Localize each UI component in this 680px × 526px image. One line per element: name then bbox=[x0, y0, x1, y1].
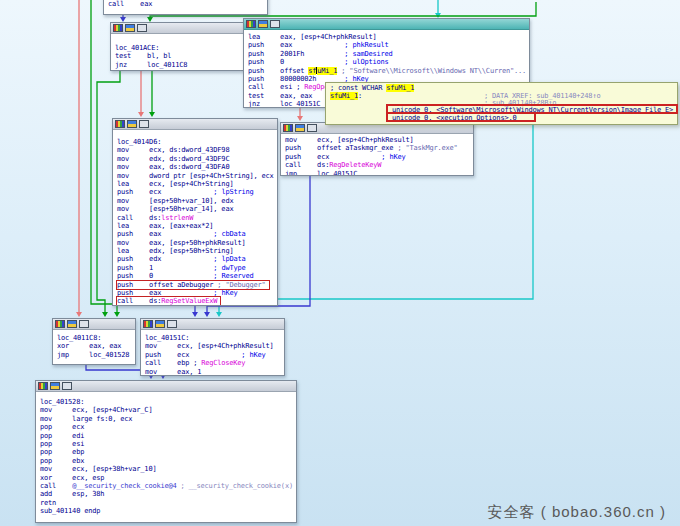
asm-text: push ecx bbox=[117, 188, 161, 196]
blocks-layer: call eaxloc_401ACE:test bl, bljnz loc_40… bbox=[0, 0, 680, 526]
node-body: loc_401528:mov ecx, [esp+4Ch+var_C]mov l… bbox=[36, 392, 296, 515]
asm-text: lea eax, [esp+4Ch+phkResult] bbox=[248, 33, 376, 41]
node-titlebar[interactable] bbox=[244, 19, 529, 30]
node-titlebar[interactable] bbox=[36, 381, 296, 392]
node-loc_40151C[interactable]: loc_40151C:mov ecx, [esp+4Ch+phkResult]p… bbox=[140, 318, 285, 376]
asm-line: mov ecx, [esp+4Ch+phkResult] bbox=[285, 136, 469, 144]
asm-text: mov edx, ds:dword_43DF9C bbox=[117, 155, 229, 163]
node-body: loc_401ACE:test bl, bljnz loc_4011C8 bbox=[111, 34, 247, 69]
node-graph-icon[interactable] bbox=[50, 382, 60, 390]
asm-line: mov dword ptr [esp+4Ch+String], ecx bbox=[117, 172, 273, 180]
asm-line: push ecx ; hKey bbox=[285, 153, 469, 161]
watermark: 安全客 ( bobao.360.cn ) bbox=[488, 503, 666, 522]
asm-text: mov [esp+50h+var_10], edx bbox=[117, 197, 233, 205]
asm-line: push ecx ; hKey bbox=[145, 351, 280, 359]
asm-line: pop ebx bbox=[40, 457, 292, 465]
asm-text: push offset bbox=[248, 67, 308, 75]
api-name: RegCloseKey bbox=[201, 359, 245, 367]
node-body: call eax bbox=[104, 0, 267, 8]
asm-line: jmp loc_40151C bbox=[285, 170, 469, 176]
asm-text: mov ecx, [esp+4Ch+var_C] bbox=[40, 406, 152, 414]
asm-text: ; lpData bbox=[213, 255, 245, 263]
asm-line: pop edi bbox=[40, 432, 292, 440]
node-frame-icon[interactable] bbox=[62, 382, 72, 390]
asm-text: ; "Software\\Microsoft\\Windows NT\\Curr… bbox=[341, 67, 526, 75]
asm-line: lea eax, [esp+4Ch+phkResult] bbox=[248, 33, 525, 41]
asm-text: lea eax, [eax+eax*2] bbox=[117, 222, 213, 230]
asm-text: ; samDesired bbox=[344, 50, 392, 58]
asm-text: mov ecx, [esp+38h+var_10] bbox=[40, 465, 156, 473]
asm-text: loc_4014D6: bbox=[117, 138, 161, 146]
node-graph-icon[interactable] bbox=[295, 124, 305, 132]
node-loc_4014D6[interactable]: loc_4014D6:mov ecx, ds:dword_43DF98mov e… bbox=[112, 118, 278, 306]
asm-text bbox=[189, 351, 241, 359]
asm-text: push 1 bbox=[117, 264, 153, 272]
asm-line: push eax ; hKey bbox=[117, 289, 273, 297]
asm-text: mov ecx, [esp+4Ch+phkResult] bbox=[145, 342, 273, 350]
node-reg-delete-key[interactable]: mov ecx, [esp+4Ch+phkResult]push offset … bbox=[280, 122, 474, 176]
node-frame-icon[interactable] bbox=[79, 320, 89, 328]
node-titlebar[interactable] bbox=[53, 319, 135, 330]
node-graph-icon[interactable] bbox=[155, 320, 165, 328]
asm-line: call ds:RegDeleteKeyW bbox=[285, 161, 469, 169]
asm-text: jmp loc_401528 bbox=[57, 351, 129, 359]
node-color-icon[interactable] bbox=[115, 120, 125, 128]
node-color-icon[interactable] bbox=[113, 24, 123, 32]
asm-text: ; hKey bbox=[213, 289, 237, 297]
node-titlebar[interactable] bbox=[113, 119, 277, 130]
asm-text: call ds: bbox=[285, 161, 329, 169]
asm-text: loc_401528: bbox=[40, 398, 84, 406]
asm-text: mov eax, 1 bbox=[145, 368, 201, 376]
asm-text: pop ebp bbox=[40, 448, 84, 456]
node-titlebar[interactable] bbox=[141, 319, 284, 330]
asm-text: ; hKey bbox=[241, 351, 265, 359]
node-graph-icon[interactable] bbox=[258, 20, 268, 28]
asm-line: sub_401140 endp bbox=[40, 507, 292, 515]
asm-text: sub_401140 endp bbox=[40, 507, 100, 515]
node-frame-icon[interactable] bbox=[270, 20, 280, 28]
graph-view[interactable]: call eaxloc_401ACE:test bl, bljnz loc_40… bbox=[0, 0, 680, 526]
node-loc_4011C8[interactable]: loc_4011C8:xor eax, eaxjmp loc_401528 bbox=[52, 318, 136, 365]
node-titlebar[interactable] bbox=[111, 23, 247, 34]
node-frame-icon[interactable] bbox=[137, 24, 147, 32]
asm-line: mov edx, ds:dword_43DF9C bbox=[117, 155, 273, 163]
asm-line: push 0 ; Reserved bbox=[117, 272, 273, 280]
asm-text: call eax bbox=[108, 0, 152, 8]
node-frame-icon[interactable] bbox=[167, 320, 177, 328]
asm-text: mov ecx, [esp+4Ch+phkResult] bbox=[285, 136, 413, 144]
asm-text: retn bbox=[40, 499, 56, 507]
node-call-eax-partial[interactable]: call eax bbox=[103, 0, 268, 15]
node-loc_401528[interactable]: loc_401528:mov ecx, [esp+4Ch+var_C]mov l… bbox=[35, 380, 297, 523]
asm-line: jmp loc_401528 bbox=[57, 351, 131, 359]
node-frame-icon[interactable] bbox=[307, 124, 317, 132]
asm-text bbox=[153, 264, 213, 272]
asm-line: loc_40151C: bbox=[145, 334, 280, 342]
asm-text: mov [esp+50h+var_14], eax bbox=[117, 205, 233, 213]
asm-text bbox=[284, 58, 344, 66]
node-frame-icon[interactable] bbox=[139, 120, 149, 128]
node-color-icon[interactable] bbox=[283, 124, 293, 132]
asm-line: pop ecx bbox=[40, 423, 292, 431]
node-graph-icon[interactable] bbox=[127, 120, 137, 128]
asm-line: retn bbox=[40, 499, 292, 507]
asm-line: push ecx ; lpString bbox=[117, 188, 273, 196]
node-color-icon[interactable] bbox=[38, 382, 48, 390]
asm-text: call ds: bbox=[117, 297, 161, 305]
asm-text: push offset aTaskmgr_exe bbox=[285, 144, 397, 152]
node-color-icon[interactable] bbox=[143, 320, 153, 328]
asm-line: call ebp ; RegCloseKey bbox=[145, 359, 280, 367]
asm-text bbox=[161, 230, 213, 238]
asm-line: push eax ; cbData bbox=[117, 230, 273, 238]
asm-line: pop esi bbox=[40, 440, 292, 448]
asm-text: ; "Debugger" bbox=[217, 281, 265, 289]
node-color-icon[interactable] bbox=[246, 20, 256, 28]
asm-text: jmp loc_40151C bbox=[285, 170, 357, 176]
asm-text: push offset aDebugger bbox=[117, 281, 217, 289]
node-graph-icon[interactable] bbox=[125, 24, 135, 32]
node-graph-icon[interactable] bbox=[67, 320, 77, 328]
node-loc_401ACE[interactable]: loc_401ACE:test bl, bljnz loc_4011C8 bbox=[110, 22, 248, 71]
asm-text: pop esi bbox=[40, 440, 84, 448]
asm-line: mov [esp+50h+var_10], edx bbox=[117, 197, 273, 205]
asm-text: xor ecx, esp bbox=[40, 474, 104, 482]
node-color-icon[interactable] bbox=[55, 320, 65, 328]
